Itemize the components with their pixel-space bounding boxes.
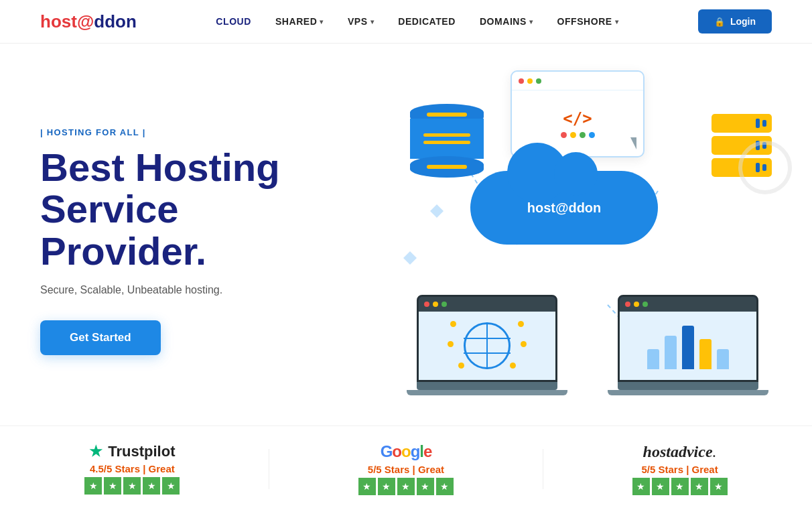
star-icon: ★ xyxy=(632,478,650,495)
db-line xyxy=(423,141,470,144)
svg-marker-5 xyxy=(430,204,444,218)
laptop-foot xyxy=(608,390,768,395)
navbar: host@ddon CLOUD SHARED ▾ VPS ▾ DEDICATED… xyxy=(0,0,812,44)
dot-icon xyxy=(561,132,567,138)
nav-links: CLOUD SHARED ▾ VPS ▾ DEDICATED DOMAINS ▾… xyxy=(216,16,618,27)
get-started-button[interactable]: Get Started xyxy=(40,320,161,355)
globe-dot xyxy=(458,363,464,369)
star-icon: ★ xyxy=(671,478,689,495)
dot-icon xyxy=(570,132,576,138)
hero-left: | HOSTING FOR ALL | Best Hosting Service… xyxy=(40,127,348,356)
laptop-base xyxy=(618,382,758,390)
db-body xyxy=(410,119,484,159)
database-stack xyxy=(410,104,484,178)
bar-3 xyxy=(682,326,694,369)
star-icon: ★ xyxy=(417,478,434,495)
chevron-down-icon: ▾ xyxy=(320,18,324,25)
code-tag-icon: </> xyxy=(563,109,592,128)
globe-icon xyxy=(464,322,511,369)
hero-subtitle: Secure, Scalable, Unbeatable hosting. xyxy=(40,284,348,296)
hero-illustration: </> xyxy=(356,64,772,419)
color-dots xyxy=(561,132,595,138)
trustpilot-star-icon: ★ xyxy=(89,443,103,460)
chevron-down-icon: ▾ xyxy=(529,18,533,25)
bar-2 xyxy=(665,336,677,369)
hero-title: Best Hosting Service Provider. xyxy=(40,147,348,273)
nav-dedicated[interactable]: DEDICATED xyxy=(398,16,456,27)
db-line xyxy=(423,133,470,137)
globe-vline xyxy=(486,322,488,369)
laptop-bar xyxy=(419,297,555,312)
star-icon: ★ xyxy=(652,478,669,495)
star-icon: ★ xyxy=(358,478,376,495)
chevron-down-icon: ▾ xyxy=(370,18,375,25)
db-stripe xyxy=(427,165,467,169)
star-icon: ★ xyxy=(123,477,141,495)
dot-red xyxy=(424,302,429,307)
dot-green xyxy=(536,78,541,84)
bar-5 xyxy=(717,349,729,369)
laptop-screen-left xyxy=(417,295,557,382)
dot-icon xyxy=(589,132,595,138)
cloud-body: host@ddon xyxy=(470,171,658,245)
laptop-bar xyxy=(620,297,756,312)
rating-google: Google 5/5 Stars | Great ★ ★ ★ ★ ★ xyxy=(358,442,454,495)
nav-shared[interactable]: SHARED ▾ xyxy=(275,16,324,27)
globe-container xyxy=(464,322,511,369)
cloud-label: host@ddon xyxy=(527,200,602,216)
globe-dot xyxy=(521,341,527,347)
nav-domains[interactable]: DOMAINS ▾ xyxy=(480,16,533,27)
nav-cloud[interactable]: CLOUD xyxy=(216,16,251,27)
logo[interactable]: host@ddon xyxy=(40,11,137,32)
star-icon: ★ xyxy=(143,477,160,495)
server-bar-icon xyxy=(762,120,766,127)
laptop-screen-right xyxy=(618,295,758,382)
db-stripe xyxy=(427,113,467,117)
bar-chart xyxy=(640,322,736,369)
dot-yellow xyxy=(527,78,533,84)
cursor-arrow-icon xyxy=(630,137,636,149)
laptop-left xyxy=(417,295,557,399)
server-unit xyxy=(712,114,772,133)
globe-dot xyxy=(518,321,524,327)
login-button[interactable]: 🔒 Login xyxy=(698,9,772,34)
globe-dot xyxy=(510,363,516,369)
google-logo: Google xyxy=(381,442,432,461)
trustpilot-stars: ★ ★ ★ ★ ★ xyxy=(84,477,180,495)
nav-offshore[interactable]: OFFSHORE ▾ xyxy=(557,16,619,27)
globe-dot xyxy=(448,341,454,347)
dot-green xyxy=(642,302,648,307)
laptop-content-right xyxy=(620,312,756,380)
divider xyxy=(269,449,269,489)
dot-red xyxy=(625,302,630,307)
server-rack xyxy=(712,114,772,177)
hero-section: | HOSTING FOR ALL | Best Hosting Service… xyxy=(0,44,812,426)
google-stars: ★ ★ ★ ★ ★ xyxy=(358,478,454,495)
google-brand: Google xyxy=(381,442,432,461)
dot-red xyxy=(519,78,524,84)
dot-green xyxy=(442,302,447,307)
ratings-section: ★ Trustpilot 4.5/5 Stars | Great ★ ★ ★ ★… xyxy=(0,426,812,515)
star-icon: ★ xyxy=(104,477,121,495)
divider xyxy=(543,449,543,489)
star-icon: ★ xyxy=(162,477,180,495)
browser-bar xyxy=(512,72,643,90)
logo-text: host@ddon xyxy=(40,11,137,32)
laptop-content-left xyxy=(419,312,555,380)
star-icon: ★ xyxy=(84,477,102,495)
globe-dot xyxy=(450,321,456,327)
hostadvice-stars: ★ ★ ★ ★ ★ xyxy=(632,478,728,495)
google-score: 5/5 Stars | Great xyxy=(368,464,444,475)
svg-marker-6 xyxy=(403,251,417,265)
cloud-shape: host@ddon xyxy=(470,171,658,275)
hostadvice-logo: hostadvice. xyxy=(643,443,717,461)
server-bar-icon xyxy=(756,119,760,128)
gear-icon xyxy=(738,141,792,194)
laptop-foot xyxy=(407,390,567,395)
nav-vps[interactable]: VPS ▾ xyxy=(348,16,374,27)
hostadvice-score: 5/5 Stars | Great xyxy=(641,464,718,475)
bar-4 xyxy=(699,339,712,369)
laptop-right xyxy=(618,295,758,399)
laptop-base xyxy=(417,382,557,390)
bar-1 xyxy=(647,349,659,369)
